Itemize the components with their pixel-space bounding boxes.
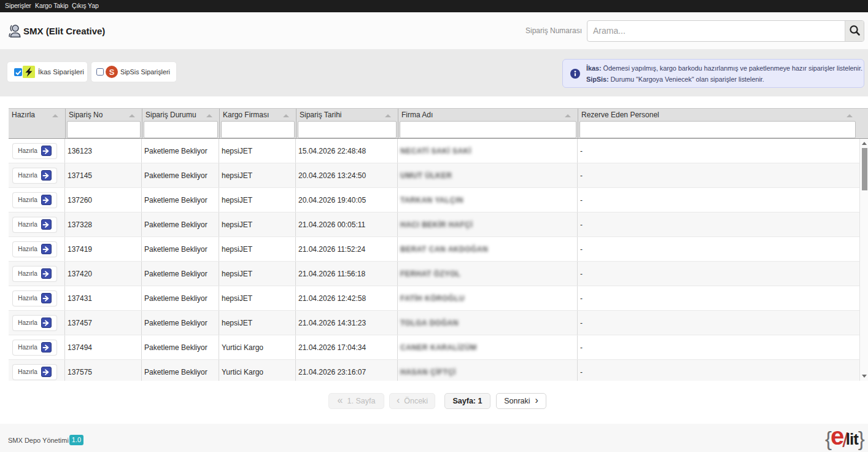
svg-text:S: S [109, 68, 115, 77]
